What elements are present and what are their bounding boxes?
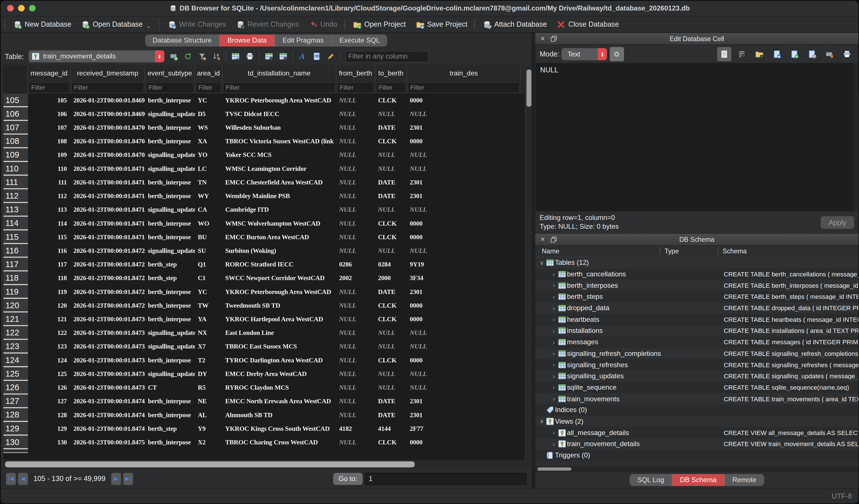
cell-to_berth[interactable]: CLCK <box>375 94 407 107</box>
row-number[interactable]: 118 <box>3 272 28 285</box>
format-text-button[interactable]: A <box>295 50 310 63</box>
undo-button[interactable]: Undo <box>304 18 342 30</box>
row-number[interactable]: 130 <box>3 436 28 449</box>
cell-td_installation_name[interactable]: TBROC Charing Cross WestCAD <box>222 436 336 449</box>
cell-train_des[interactable]: 0000 <box>407 94 521 107</box>
cell-received_timestamp[interactable]: 2026-01-23T00:00:01.847128 <box>71 176 145 189</box>
cell-td_installation_name[interactable]: YKROC Peterborough Area WestCAD <box>222 285 336 299</box>
cell-to_berth[interactable]: DATE <box>375 176 407 189</box>
cell-from_berth[interactable]: NULL <box>336 299 375 313</box>
cell-message_id[interactable]: 124 <box>28 353 71 367</box>
cell-event_subtype[interactable]: berth_interpose <box>145 436 195 449</box>
column-header-event_subtype[interactable]: event_subtype <box>145 65 195 81</box>
cell-train_des[interactable]: 0000 <box>407 353 521 367</box>
row-number[interactable]: 121 <box>3 313 28 326</box>
cell-received_timestamp[interactable]: 2026-01-23T00:00:01.847367 <box>71 367 145 381</box>
cell-message_id[interactable]: 130 <box>28 436 71 449</box>
column-header-area_id[interactable]: area_id <box>195 65 222 81</box>
cell-td_installation_name[interactable]: RYROC Claydon MCS <box>222 381 336 394</box>
close-database-button[interactable]: Close Database <box>552 18 624 30</box>
cell-td_installation_name[interactable]: YKROC Hartlepool Area WestCAD <box>222 313 336 326</box>
cell-train_des[interactable]: 0000 <box>407 313 521 326</box>
cell-received_timestamp[interactable]: 2026-01-23T00:00:01.847003 <box>71 121 145 135</box>
toolbar-grip[interactable] <box>344 19 346 29</box>
cell-area_id[interactable]: WS <box>195 121 222 135</box>
cell-td_installation_name[interactable]: SWCC Newport Corridor WestCAD <box>222 272 336 285</box>
filter-input-train_des[interactable] <box>408 82 520 93</box>
cell-to_berth[interactable]: NULL <box>375 148 407 162</box>
chevron-right-icon[interactable]: › <box>551 271 557 277</box>
column-header-received_timestamp[interactable]: received_timestamp <box>71 65 145 81</box>
cell-message_id[interactable]: 127 <box>28 394 71 408</box>
schema-group-views-2-[interactable]: ∨Views (2) <box>535 416 858 427</box>
row-number[interactable]: 109 <box>3 148 28 162</box>
schema-item-messages[interactable]: ›messagesCREATE TABLE messages ( id INTE… <box>535 336 858 348</box>
cell-message_id[interactable]: 106 <box>28 107 71 121</box>
cell-area_id[interactable]: XA <box>195 135 222 148</box>
cell-message_id[interactable]: 109 <box>28 148 71 162</box>
chevron-right-icon[interactable]: › <box>551 396 557 402</box>
cell-area_id[interactable]: NE <box>195 394 222 408</box>
cell-train_des[interactable]: 2301 <box>407 408 521 422</box>
chevron-down-icon[interactable]: ∨ <box>539 418 545 424</box>
cell-area_id[interactable]: BU <box>195 231 222 244</box>
cell-area_id[interactable]: YC <box>195 94 222 107</box>
filter-input-td_installation_name[interactable] <box>223 82 335 93</box>
row-number[interactable]: 111 <box>3 176 28 189</box>
cell-received_timestamp[interactable]: 2026-01-23T00:00:01.847109 <box>71 162 145 176</box>
cell-area_id[interactable]: YO <box>195 148 222 162</box>
cell-area_id[interactable]: SU <box>195 244 222 258</box>
cell-area_id[interactable]: X7 <box>195 340 222 353</box>
cell-event_subtype[interactable]: signalling_update <box>145 326 195 340</box>
cell-area_id[interactable]: D5 <box>195 107 222 121</box>
cell-from_berth[interactable]: 2002 <box>336 272 375 285</box>
cell-received_timestamp[interactable]: 2026-01-23T00:00:01.847304 <box>71 313 145 326</box>
cell-td_installation_name[interactable]: EMCC Chesterfield Area WestCAD <box>222 176 336 189</box>
row-number[interactable]: 122 <box>3 326 28 340</box>
cell-event_subtype[interactable]: signalling_update <box>145 367 195 381</box>
cell-train_des[interactable]: 0000 <box>407 231 521 244</box>
cell-area_id[interactable]: DY <box>195 367 222 381</box>
cell-message_id[interactable]: 121 <box>28 313 71 326</box>
cell-td_installation_name[interactable]: EMCC Derby Area WestCAD <box>222 367 336 381</box>
cell-event_subtype[interactable]: berth_interpose <box>145 189 195 203</box>
cell-to_berth[interactable]: NULL <box>375 107 407 121</box>
cell-td_installation_name[interactable]: ROROC Stratford IECC <box>222 258 336 271</box>
insert-record-button[interactable] <box>166 50 181 63</box>
schema-item-installations[interactable]: ›installationsCREATE TABLE installations… <box>535 325 858 336</box>
refresh-button[interactable] <box>181 50 195 63</box>
row-number[interactable]: 108 <box>3 135 28 148</box>
cell-received_timestamp[interactable]: 2026-01-23T00:00:01.847186 <box>71 231 145 244</box>
schema-item-signalling_refresh_completions[interactable]: ›signalling_refresh_completionsCREATE TA… <box>535 348 858 359</box>
cell-td_installation_name[interactable]: YKROC Peterborough Area WestCAD <box>222 94 336 107</box>
chevron-right-icon[interactable]: › <box>551 430 557 436</box>
open-project-button[interactable]: Open Project <box>348 18 411 30</box>
cell-event_subtype[interactable]: berth_interpose <box>145 313 195 326</box>
cell-train_des[interactable]: 2301 <box>407 121 521 135</box>
cell-event_subtype[interactable]: berth_interpose <box>145 408 195 422</box>
cell-received_timestamp[interactable]: 2026-01-23T00:00:01.847453 <box>71 408 145 422</box>
find-in-cells-button[interactable] <box>310 50 323 63</box>
row-number[interactable]: 123 <box>3 340 28 353</box>
last-page-button[interactable]: ▶| <box>123 473 133 484</box>
vertical-scrollbar-thumb[interactable] <box>526 69 531 107</box>
cell-train_des[interactable]: NULL <box>407 148 521 162</box>
cell-message_id[interactable]: 108 <box>28 135 71 148</box>
filter-input-area_id[interactable] <box>195 82 221 93</box>
cell-from_berth[interactable]: NULL <box>336 94 375 107</box>
chevron-right-icon[interactable]: › <box>551 294 557 300</box>
cell-message_id[interactable]: 122 <box>28 326 71 340</box>
schema-item-heartbeats[interactable]: ›heartbeatsCREATE TABLE heartbeats ( mes… <box>535 314 858 325</box>
row-number[interactable]: 128 <box>3 408 28 422</box>
cell-from_berth[interactable]: NULL <box>336 353 375 367</box>
cell-area_id[interactable]: TN <box>195 176 222 189</box>
cell-received_timestamp[interactable]: 2026-01-23T00:00:01.847506 <box>71 436 145 449</box>
row-number[interactable]: 113 <box>3 203 28 217</box>
toolbar-grip[interactable] <box>474 19 477 29</box>
cell-area_id[interactable]: LC <box>195 162 222 176</box>
cell-td_installation_name[interactable]: TBROC East Sussex MCS <box>222 340 336 353</box>
sort-button[interactable] <box>209 50 223 63</box>
cell-area_id[interactable]: X2 <box>195 436 222 449</box>
import-from-file-button[interactable] <box>752 47 766 61</box>
schema-item-train_movements[interactable]: ›train_movementsCREATE TABLE train_movem… <box>535 393 858 405</box>
